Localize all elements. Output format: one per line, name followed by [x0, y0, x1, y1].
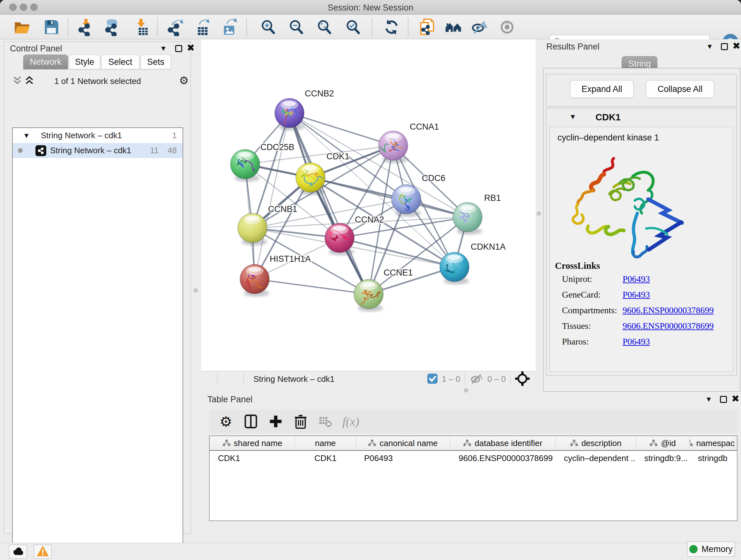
network-node-CCNA1[interactable] [379, 131, 408, 160]
network-node-CCNB1[interactable] [238, 213, 267, 243]
network-collection-row[interactable]: ▼ String Network – cdk1 1 [13, 128, 183, 143]
memory-button[interactable]: Memory [687, 542, 735, 557]
network-node-CDC6[interactable] [392, 185, 421, 214]
network-edge[interactable] [311, 178, 468, 217]
apply-layout-icon[interactable] [382, 18, 401, 37]
expand-all-button[interactable]: Expand All [570, 80, 634, 98]
network-label: String Network – cdk1 [50, 145, 131, 155]
toolbar-separator [68, 18, 68, 36]
column-header-namespace[interactable]: namespace [690, 436, 735, 450]
close-panel-icon[interactable]: ✖ [732, 42, 740, 50]
save-session-icon[interactable] [42, 18, 61, 37]
import-network-database-icon[interactable] [104, 18, 122, 37]
zoom-out-icon[interactable] [287, 18, 306, 37]
protein-structure-image [566, 149, 693, 274]
splitter-handle[interactable] [194, 288, 198, 293]
float-panel-icon[interactable]: ▼ [706, 43, 713, 51]
collection-count: 1 [172, 131, 177, 140]
export-network-icon[interactable] [166, 18, 185, 37]
column-header--id[interactable]: @id [636, 436, 690, 450]
network-row[interactable]: String Network – cdk1 11 48 [13, 143, 183, 158]
zoom-in-icon[interactable] [259, 18, 278, 37]
table-cell[interactable]: P06493 [356, 451, 450, 465]
show-all-networks-icon[interactable] [444, 18, 463, 37]
network-node-CDK1[interactable] [296, 163, 325, 192]
column-header-canonical-name[interactable]: canonical name [356, 436, 450, 450]
column-header-name[interactable]: name [295, 436, 356, 450]
hide-graphics-details-icon[interactable] [470, 18, 489, 37]
delete-column-icon[interactable] [293, 414, 309, 429]
table-settings-gear-icon[interactable]: ⚙ [218, 414, 234, 429]
network-node-CDC25B[interactable] [230, 149, 260, 179]
network-edge[interactable] [289, 113, 368, 294]
network-node-CDKN1A[interactable] [440, 252, 469, 282]
column-header-shared-name[interactable]: shared name [210, 436, 295, 450]
close-panel-icon[interactable]: ✖ [731, 395, 739, 403]
float-panel-icon[interactable]: ▼ [160, 44, 167, 53]
collapse-protein-icon[interactable]: ▼ [569, 113, 576, 121]
warnings-button[interactable] [34, 545, 52, 559]
table-cell[interactable]: stringdb [690, 451, 735, 465]
crosslink-link[interactable]: P06493 [623, 336, 650, 347]
column-header-database-identifier[interactable]: database identifier [450, 436, 556, 450]
tab-network[interactable]: Network [23, 55, 68, 69]
network-node-CCNE1[interactable] [354, 279, 383, 309]
tab-style[interactable]: Style [69, 55, 100, 69]
table-cell[interactable]: CDK1 [295, 451, 356, 465]
network-type-icon [36, 145, 46, 156]
show-columns-icon[interactable] [243, 414, 259, 429]
network-edge[interactable] [289, 113, 393, 145]
open-session-icon[interactable] [13, 18, 31, 37]
hidden-eye-icon[interactable] [469, 373, 483, 386]
tab-sets[interactable]: Sets [140, 55, 171, 69]
collapse-all-button[interactable]: Collapse All [646, 80, 714, 98]
clone-network-icon[interactable] [418, 18, 436, 37]
footer-separator [465, 374, 465, 385]
gear-icon[interactable]: ⚙ [179, 75, 189, 86]
birds-eye-view-icon[interactable] [515, 371, 530, 387]
crosslink-link[interactable]: 9606.ENSP00000378699 [623, 321, 714, 331]
crosslink-link[interactable]: P06493 [623, 274, 650, 284]
table-header-row: shared namenamecanonical namedatabase id… [210, 436, 737, 451]
zoom-fit-icon[interactable] [315, 18, 334, 37]
maximize-panel-icon[interactable] [720, 396, 727, 403]
control-panel-title: Control Panel [10, 44, 62, 54]
table-cell[interactable]: stringdb:9... [636, 451, 690, 465]
network-view-canvas[interactable]: CCNB2CCNA1CDC25BCDK1CDC6RB1CCNB1CCNA2CDK… [201, 39, 536, 371]
splitter-handle[interactable] [537, 211, 541, 215]
import-table-icon[interactable] [131, 18, 150, 37]
export-table-icon[interactable] [193, 18, 211, 37]
float-panel-icon[interactable]: ▼ [705, 395, 712, 403]
protein-description: cyclin–dependent kinase 1 [557, 133, 659, 143]
column-hierarchy-icon [650, 439, 658, 447]
zoom-selected-icon[interactable] [344, 18, 362, 37]
column-header-description[interactable]: description [556, 436, 636, 450]
tab-select[interactable]: Select [101, 55, 139, 69]
export-image-icon[interactable] [220, 18, 239, 37]
table-row[interactable]: CDK1CDK1P064939606.ENSP00000378699cyclin… [210, 451, 737, 465]
import-network-icon[interactable] [77, 18, 95, 37]
crosslink-label: Tissues: [562, 321, 591, 331]
table-cell[interactable]: cyclin–dependent ... [556, 451, 636, 465]
network-node-HIST1H1A[interactable] [240, 264, 269, 294]
warning-icon [36, 545, 50, 558]
eye-icon[interactable] [498, 18, 516, 37]
close-panel-icon[interactable]: ✖ [187, 44, 195, 52]
network-node-label: CCNA1 [410, 122, 439, 132]
cloud-button[interactable] [9, 545, 27, 559]
selected-checkbox-icon[interactable] [427, 373, 438, 385]
collection-expander-icon[interactable]: ▼ [23, 132, 30, 140]
network-edge[interactable] [255, 279, 368, 294]
crosslink-link[interactable]: P06493 [623, 290, 650, 300]
add-column-icon[interactable] [268, 414, 284, 429]
network-node-RB1[interactable] [453, 202, 482, 232]
maximize-panel-icon[interactable] [175, 45, 182, 52]
table-panel-title: Table Panel [207, 395, 253, 405]
splitter-handle[interactable] [464, 388, 468, 392]
table-panel: Table Panel ▼ ✖ ⚙ f(x) shared namenameca… [201, 393, 741, 543]
table-cell[interactable]: 9606.ENSP00000378699 [450, 451, 556, 465]
table-cell[interactable]: CDK1 [210, 451, 295, 465]
maximize-panel-icon[interactable] [721, 43, 728, 50]
crosslink-link[interactable]: 9606.ENSP00000378699 [623, 305, 714, 315]
network-node-CCNA2[interactable] [325, 223, 354, 253]
